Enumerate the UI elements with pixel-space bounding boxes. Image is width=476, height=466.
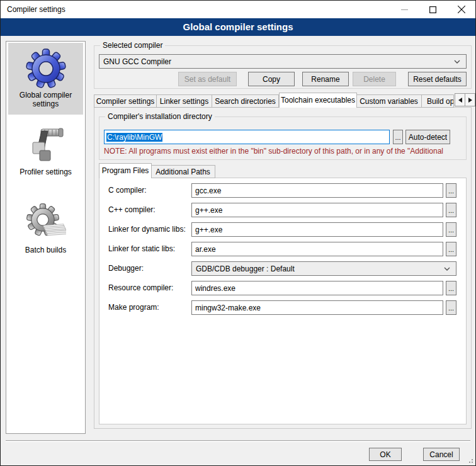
resource-compiler-browse-button[interactable]: ... — [446, 281, 456, 295]
sidebar-item-profiler-settings[interactable]: Profiler settings — [8, 117, 83, 186]
rename-button[interactable]: Rename — [302, 72, 349, 86]
maximize-icon — [429, 6, 436, 13]
resource-compiler-input[interactable] — [191, 281, 443, 295]
arrow-right-icon — [468, 98, 472, 103]
sidebar-item-global-compiler-settings[interactable]: Global compiler settings — [8, 43, 83, 115]
linker-static-label: Linker for static libs: — [108, 242, 175, 256]
c-compiler-input[interactable] — [191, 183, 443, 198]
cpp-compiler-input[interactable] — [191, 203, 443, 217]
linker-static-browse-button[interactable]: ... — [446, 242, 456, 256]
page-title: Global compiler settings — [1, 18, 475, 36]
compiler-select-value: GNU GCC Compiler — [103, 57, 171, 66]
tab-compiler-settings[interactable]: Compiler settings — [94, 94, 157, 108]
delete-button: Delete — [353, 72, 396, 86]
cpp-compiler-browse-button[interactable]: ... — [446, 203, 456, 217]
make-program-input[interactable] — [191, 300, 443, 315]
install-dir-group: Compiler's installation directory C:\ray… — [99, 116, 467, 160]
program-files-page: C compiler: ... C++ compiler: ... Linker… — [99, 178, 467, 424]
install-dir-input[interactable]: C:\raylib\MinGW — [104, 130, 390, 144]
tab-linker-settings[interactable]: Linker settings — [157, 94, 212, 108]
compiler-select[interactable]: GNU GCC Compiler — [99, 54, 467, 69]
sidebar-item-batch-builds[interactable]: Batch builds — [8, 195, 83, 264]
chevron-down-icon — [444, 267, 450, 271]
tab-scroll-right-button[interactable] — [465, 93, 475, 106]
settings-tabs: Compiler settings Linker settings Search… — [94, 93, 454, 108]
copy-button[interactable]: Copy — [248, 72, 295, 86]
subtab-additional-paths[interactable]: Additional Paths — [151, 165, 215, 178]
set-as-default-button: Set as default — [178, 72, 237, 86]
titlebar: Compiler settings — [1, 1, 475, 18]
linker-dynamic-browse-button[interactable]: ... — [446, 222, 456, 237]
close-button[interactable] — [447, 1, 475, 18]
close-icon — [458, 6, 465, 13]
make-program-browse-button[interactable]: ... — [446, 300, 456, 315]
caliper-icon — [26, 125, 66, 165]
toolchain-executables-page: Compiler's installation directory C:\ray… — [94, 107, 472, 429]
program-files-tabs: Program Files Additional Paths — [99, 163, 215, 178]
minimize-icon — [401, 6, 408, 13]
auto-detect-button[interactable]: Auto-detect — [405, 130, 450, 144]
debugger-select[interactable]: GDB/CDB debugger : Default — [191, 261, 456, 276]
ok-button[interactable]: OK — [369, 448, 402, 461]
debugger-label: Debugger: — [108, 261, 144, 276]
gray-gear-papers-icon — [26, 203, 66, 243]
install-dir-browse-button[interactable]: ... — [393, 130, 403, 144]
install-dir-group-label: Compiler's installation directory — [105, 112, 215, 121]
sidebar-item-label: Global compiler settings — [8, 89, 83, 112]
linker-dynamic-label: Linker for dynamic libs: — [108, 222, 186, 237]
arrow-left-icon — [458, 98, 462, 103]
cancel-button[interactable]: Cancel — [423, 448, 460, 461]
make-program-label: Make program: — [108, 300, 159, 315]
settings-category-list: Global compiler settings Profiler settin… — [6, 41, 86, 434]
tab-search-directories[interactable]: Search directories — [212, 94, 279, 108]
c-compiler-label: C compiler: — [108, 183, 147, 198]
tab-scroll-controls — [455, 93, 475, 106]
selected-compiler-group-label: Selected compiler — [100, 41, 165, 50]
reset-defaults-button[interactable]: Reset defaults — [408, 72, 467, 86]
subtab-program-files[interactable]: Program Files — [99, 163, 152, 178]
blue-gear-icon — [26, 48, 66, 88]
resource-compiler-label: Resource compiler: — [108, 281, 173, 295]
chevron-down-icon — [454, 60, 460, 64]
window-title: Compiler settings — [7, 1, 65, 18]
debugger-select-value: GDB/CDB debugger : Default — [196, 264, 295, 273]
linker-static-input[interactable] — [191, 242, 443, 256]
linker-dynamic-input[interactable] — [191, 222, 443, 237]
resize-grip[interactable] — [467, 457, 473, 463]
maximize-button[interactable] — [419, 1, 447, 18]
tab-custom-variables[interactable]: Custom variables — [356, 94, 422, 108]
tab-build-options[interactable]: Build options — [422, 94, 454, 108]
sidebar-item-label: Batch builds — [8, 244, 83, 258]
selected-compiler-group: Selected compiler GNU GCC Compiler Set a… — [94, 45, 472, 89]
install-dir-selected-text: C:\raylib\MinGW — [106, 133, 162, 142]
minimize-button[interactable] — [390, 1, 419, 18]
tab-toolchain-executables[interactable]: Toolchain executables — [279, 93, 357, 108]
compiler-settings-dialog: Compiler settings Global compiler settin… — [0, 0, 476, 466]
tab-scroll-left-button[interactable] — [455, 93, 465, 106]
c-compiler-browse-button[interactable]: ... — [446, 183, 456, 198]
cpp-compiler-label: C++ compiler: — [108, 203, 156, 217]
install-dir-note: NOTE: All programs must exist either in … — [104, 147, 465, 156]
sidebar-item-label: Profiler settings — [8, 166, 83, 180]
footer-divider — [6, 440, 470, 442]
